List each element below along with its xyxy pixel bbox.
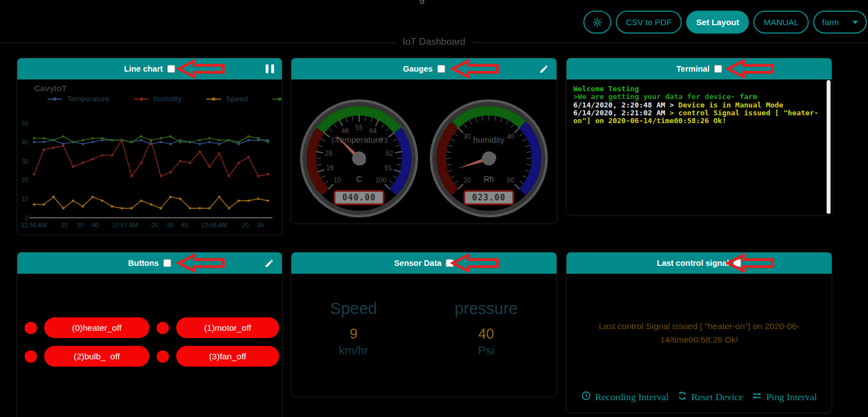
legend-item-pressure[interactable]: pressure: [272, 95, 282, 103]
terminal-output: Welcome Testing>We are getting your data…: [567, 79, 832, 130]
panel-checkbox[interactable]: [437, 65, 445, 73]
buttons-header: Buttons: [17, 252, 282, 274]
clock-action-link[interactable]: Recording Interval: [581, 391, 669, 404]
ping-action-link[interactable]: Ping Interval: [752, 391, 817, 404]
buttons-grid: (0)heater_off(1)motor_off(2)bulb_ off(3)…: [17, 274, 282, 367]
annotation-arrow-icon: [176, 254, 227, 273]
panel-title: Last control signal: [657, 259, 729, 268]
sensor-value: 9: [330, 326, 377, 342]
panel-checkbox[interactable]: [714, 65, 722, 73]
pencil-icon: [539, 64, 549, 74]
svg-text:humidity: humidity: [473, 135, 504, 144]
line-chart-svg: 0102030405012:56 AM:20:30:4012:57 AM:20:…: [17, 103, 282, 229]
pencil-icon: [265, 259, 274, 268]
set-layout-button[interactable]: Set Layout: [686, 11, 749, 34]
control-button[interactable]: (0)heater_off: [44, 317, 149, 338]
svg-text::30: :30: [75, 222, 83, 228]
svg-text::40: :40: [90, 222, 98, 228]
page-title: IoT Dashboard: [395, 36, 473, 48]
gauge-temperature: 10192837465564738291100TemperatureC040.0…: [298, 97, 421, 220]
annotation-arrow-icon: [176, 59, 227, 78]
svg-text::20: :20: [240, 222, 249, 228]
device-actions: Recording IntervalReset DevicePing Inter…: [581, 391, 817, 404]
svg-text::30: :30: [255, 222, 263, 228]
svg-text:28: 28: [325, 149, 333, 157]
svg-text::20: :20: [150, 222, 158, 228]
svg-text:0: 0: [25, 214, 29, 221]
device-select-value: farm: [822, 17, 839, 27]
gauges-row: 10192837465564738291100TemperatureC040.0…: [291, 97, 556, 220]
terminal-body: Welcome Testing>We are getting your data…: [567, 79, 832, 215]
edit-button[interactable]: [265, 252, 274, 274]
svg-text:30: 30: [463, 133, 471, 140]
sensor-unit: km/hr: [330, 344, 377, 357]
panel-checkbox[interactable]: [163, 259, 171, 267]
svg-text:40: 40: [22, 139, 29, 146]
panel-line-chart: Line chart CavyIoT TemperaturehumiditySp…: [17, 58, 282, 235]
line-chart-body: CavyIoT TemperaturehumiditySpeedpressure…: [17, 83, 282, 232]
last-control-message: Last control Signal issued [ "heater-on"…: [597, 320, 801, 346]
iot-dashboard-app: g CSV to PDF Set Layout MANUAL farm IoT: [0, 0, 868, 417]
svg-text:20: 20: [463, 176, 471, 184]
led-indicator: [157, 350, 169, 363]
svg-text:Rh: Rh: [484, 175, 494, 184]
brightness-button[interactable]: [583, 11, 611, 34]
legend-item-humidity[interactable]: humidity: [134, 95, 182, 103]
action-label: Reset Device: [691, 391, 743, 403]
device-select[interactable]: farm: [813, 11, 867, 34]
csv-to-pdf-button[interactable]: CSV to PDF: [616, 11, 682, 34]
line-chart-canvas: 0102030405012:56 AM:20:30:4012:57 AM:20:…: [17, 103, 282, 232]
svg-text:040.00: 040.00: [342, 193, 376, 203]
panel-checkbox[interactable]: [167, 65, 175, 73]
panel-title: Line chart: [124, 64, 163, 73]
pause-button[interactable]: [266, 58, 274, 79]
panel-terminal: Terminal Welcome Testing>We are getting …: [566, 58, 832, 215]
clock-icon: [581, 391, 591, 404]
refresh-action-link[interactable]: Reset Device: [677, 391, 743, 404]
sensor-data-header: Sensor Data: [291, 252, 556, 274]
svg-text:023.00: 023.00: [472, 193, 506, 203]
action-label: Recording Interval: [595, 391, 669, 403]
control-button[interactable]: (2)bulb_ off: [44, 346, 149, 367]
svg-text:100: 100: [375, 176, 386, 184]
svg-text:20: 20: [22, 176, 29, 183]
legend-marker-icon: [272, 99, 282, 100]
svg-text:46: 46: [341, 127, 349, 135]
ping-icon: [752, 391, 762, 404]
legend-item-temperature[interactable]: Temperature: [48, 95, 110, 103]
chart-watermark: CavyIoT: [34, 83, 282, 93]
svg-text:40: 40: [507, 133, 515, 140]
panel-title: Gauges: [403, 64, 432, 73]
annotation-arrow-icon: [725, 59, 776, 78]
control-button[interactable]: (1)motor_off: [176, 317, 279, 338]
sensor-unit: Psi: [455, 344, 518, 357]
control-button[interactable]: (3)fan_off: [176, 346, 279, 367]
legend-label: humidity: [154, 95, 182, 103]
led-indicator: [25, 322, 37, 334]
terminal-scrollbar[interactable]: [827, 80, 831, 214]
action-label: Ping Interval: [766, 391, 817, 403]
sensor-pressure: pressure40Psi: [455, 299, 518, 357]
svg-text::20: :20: [59, 222, 68, 228]
svg-text:30: 30: [22, 158, 29, 165]
svg-text::30: :30: [165, 222, 173, 228]
legend-item-speed[interactable]: Speed: [206, 95, 248, 103]
last-control-header: Last control signal: [567, 252, 832, 274]
svg-text:82: 82: [386, 149, 394, 157]
sensor-value: 40: [455, 326, 518, 342]
sensor-speed: Speed9km/hr: [330, 299, 377, 357]
svg-text:12:57 AM: 12:57 AM: [112, 222, 138, 228]
legend-marker-icon: [134, 99, 149, 100]
terminal-header: Terminal: [567, 58, 832, 79]
annotation-arrow-icon: [450, 59, 501, 78]
svg-text:Temperature: Temperature: [336, 135, 383, 144]
terminal-line: >We are getting your data for device- fa…: [573, 93, 822, 101]
sensor-name: Speed: [330, 299, 377, 318]
legend-label: Temperature: [67, 95, 110, 103]
svg-text:12:56 AM: 12:56 AM: [21, 222, 47, 228]
manual-button[interactable]: MANUAL: [753, 11, 809, 34]
svg-text:64: 64: [369, 127, 377, 135]
annotation-arrow-icon: [725, 254, 776, 273]
edit-button[interactable]: [539, 58, 549, 79]
toolbar: CSV to PDF Set Layout MANUAL farm: [583, 11, 867, 34]
